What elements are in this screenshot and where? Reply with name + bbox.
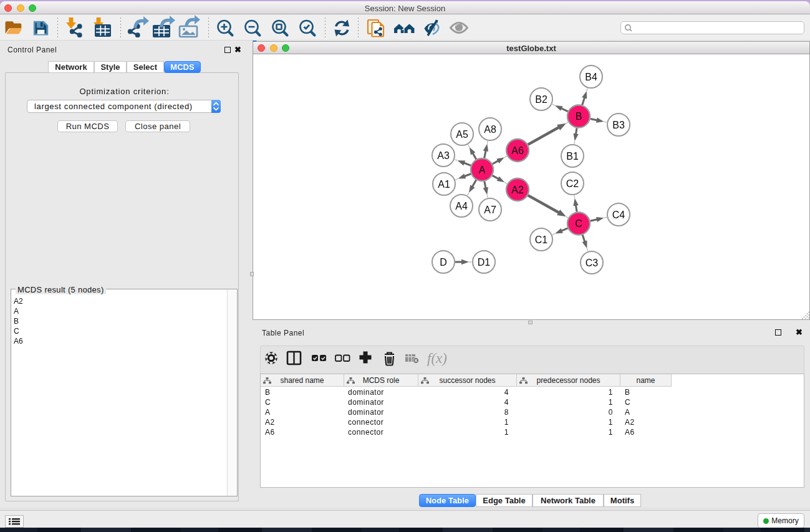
- svg-text:B3: B3: [612, 120, 625, 130]
- svg-text:f(x): f(x): [427, 351, 447, 366]
- svg-text:B1: B1: [566, 151, 579, 162]
- svg-text:C2: C2: [566, 178, 579, 189]
- svg-text:B: B: [576, 111, 582, 122]
- svg-text:A7: A7: [484, 205, 496, 215]
- svg-text:D: D: [440, 257, 447, 268]
- svg-text:A6: A6: [511, 145, 524, 156]
- svg-text:A2: A2: [511, 185, 524, 195]
- svg-text:C: C: [575, 218, 582, 229]
- svg-text:D1: D1: [478, 257, 491, 268]
- svg-text:A5: A5: [456, 129, 468, 140]
- svg-text:C4: C4: [612, 210, 625, 220]
- svg-text:B4: B4: [585, 72, 597, 82]
- svg-text:C1: C1: [535, 235, 548, 245]
- svg-text:A: A: [479, 165, 486, 175]
- svg-text:A8: A8: [484, 124, 496, 135]
- svg-text:B2: B2: [535, 94, 547, 105]
- svg-text:A3: A3: [437, 150, 450, 161]
- svg-text:C3: C3: [586, 258, 599, 268]
- svg-text:A4: A4: [455, 201, 468, 211]
- svg-text:A1: A1: [438, 179, 450, 190]
